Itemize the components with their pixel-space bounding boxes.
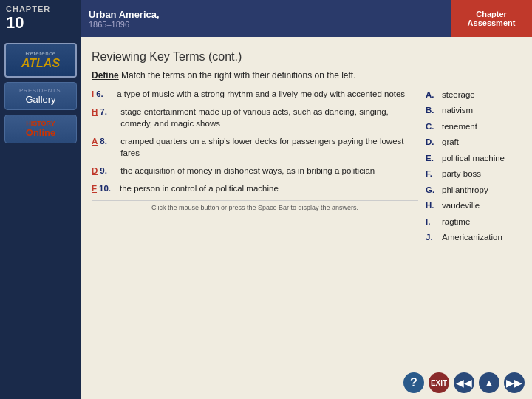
atext-D: graft [442,137,522,149]
main-content: Reviewing Key Terms (cont.) Define Match… [81,37,532,399]
bottom-nav: ? EXIT ◀◀ ▲ ▶▶ [403,372,525,393]
answer-item-B: B. nativism [426,105,522,117]
answer-8: A [92,135,98,159]
question-item-9: D 9. the acquisition of money in dishone… [92,165,418,177]
presidents-gallery-button[interactable]: PRESIDENTS' Gallery [4,82,77,110]
answer-item-G: G. philanthropy [426,185,522,197]
atext-C: tenement [442,121,522,133]
letter-A: A. [426,89,442,101]
click-note: Click the mouse button or press the Spac… [92,200,418,211]
text-6: a type of music with a strong rhythm and… [117,88,418,100]
atlas-reference-label: Reference [9,50,72,57]
answer-7: H [92,106,98,129]
answer-item-D: D. graft [426,137,522,149]
top-bar: CHAPTER 10 Urban America, 1865–1896 Chap… [0,0,532,37]
title-box: Urban America, 1865–1896 [81,0,451,37]
questions-column: I 6. a type of music with a strong rhyth… [92,88,418,248]
help-button[interactable]: ? [403,372,424,393]
define-instruction: Define Match the terms on the right with… [92,69,522,82]
atlas-text: ATLAS [9,57,72,70]
number-7: 7. [100,106,120,129]
chapter-label: CHAPTER [6,4,50,13]
answer-item-E: E. political machine [426,153,522,165]
exit-button[interactable]: EXIT [429,372,449,393]
text-8: cramped quarters on a ship's lower decks… [120,135,418,159]
next-button[interactable]: ▶▶ [504,372,525,393]
atext-H: vaudeville [442,200,522,212]
assessment-sub: Assessment [468,18,516,27]
letter-G: G. [426,185,442,197]
assessment-label: Chapter [476,10,507,18]
history-online-button[interactable]: HISTORY Online [4,115,77,143]
sidebar: Reference ATLAS PRESIDENTS' Gallery HIST… [0,37,81,399]
answers-column: A. steerage B. nativism C. tenement D. g… [426,88,522,248]
title-main: Urban America, [89,9,443,20]
atext-A: steerage [442,89,522,101]
history-label: HISTORY [8,120,73,127]
question-item-6: I 6. a type of music with a strong rhyth… [92,88,418,100]
title-year: 1865–1896 [89,20,443,29]
atext-E: political machine [442,153,522,165]
question-item-10: F 10. the person in control of a politic… [92,183,418,194]
atlas-button[interactable]: Reference ATLAS [4,43,77,78]
gallery-text: Gallery [8,94,73,105]
letter-I: I. [426,216,442,228]
answer-item-H: H. vaudeville [426,200,522,212]
text-10: the person in control of a political mac… [120,183,418,194]
define-instruction-text: Match the terms on the right with their … [121,70,356,81]
number-8: 8. [100,135,120,159]
atext-I: ragtime [442,216,522,228]
page-title-text: Reviewing Key Terms [92,50,205,63]
answer-item-J: J. Americanization [426,232,522,244]
letter-F: F. [426,168,442,180]
answer-item-C: C. tenement [426,121,522,133]
page-title: Reviewing Key Terms (cont.) [92,46,522,65]
home-button[interactable]: ▲ [479,372,499,393]
text-9: the acquisition of money in dishonest wa… [120,165,418,177]
number-6: 6. [96,88,117,100]
atext-J: Americanization [442,232,522,244]
answer-item-I: I. ragtime [426,216,522,228]
chapter-box: CHAPTER 10 [0,0,81,37]
letter-B: B. [426,105,442,117]
define-label: Define [92,70,119,81]
letter-C: C. [426,121,442,133]
answer-6: I [92,88,94,100]
answer-10: F [92,183,97,194]
answer-item-F: F. party boss [426,168,522,180]
presidents-label: PRESIDENTS' [8,87,73,94]
online-text: Online [8,127,73,138]
question-item-8: A 8. cramped quarters on a ship's lower … [92,135,418,159]
question-item-7: H 7. stage entertainment made up of vari… [92,106,418,129]
atext-B: nativism [442,105,522,117]
atext-F: party boss [442,168,522,180]
letter-J: J. [426,232,442,244]
columns: I 6. a type of music with a strong rhyth… [92,88,522,248]
letter-D: D. [426,137,442,149]
answer-9: D [92,165,98,177]
text-7: stage entertainment made up of various a… [120,106,418,129]
prev-button[interactable]: ◀◀ [454,372,474,393]
number-10: 10. [99,183,120,194]
chapter-number: 10 [6,13,24,33]
letter-E: E. [426,153,442,165]
letter-H: H. [426,200,442,212]
number-9: 9. [100,165,120,177]
page-title-suffix: (cont.) [205,50,242,63]
answer-item-A: A. steerage [426,89,522,101]
assessment-box[interactable]: Chapter Assessment [451,0,532,37]
atext-G: philanthropy [442,185,522,197]
